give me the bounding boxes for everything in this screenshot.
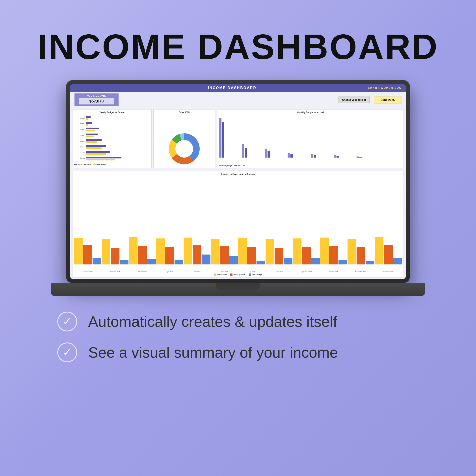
month-group-dec: [375, 237, 402, 264]
features-section: ✓ Automatically creates & updates itself…: [0, 312, 476, 362]
monthly-chart-box: Monthly Budget vs Actual: [217, 109, 404, 168]
month-group-oct: [320, 238, 347, 264]
feature-item-2: ✓ See a visual summary of your income: [57, 342, 338, 362]
v-bar-group: [334, 155, 356, 158]
monthly-chart-title: Monthly Budget vs Actual: [219, 111, 402, 114]
total-income-box: Total Income YTD $57,070: [74, 93, 119, 106]
v-bar-group: [311, 153, 333, 158]
laptop-container: INCOME DASHBOARD SMART WOMEN SOC Total I…: [66, 80, 410, 296]
yearly-chart-title: Yearly Budget vs Actual: [74, 111, 150, 114]
donut-chart-svg: [167, 131, 202, 166]
dashboard: INCOME DASHBOARD SMART WOMEN SOC Total I…: [70, 84, 406, 279]
bottom-chart: Income vs Expenses vs Savings: [70, 170, 406, 279]
h-bar-row: come 3: [74, 128, 150, 131]
check-icon-1: ✓: [63, 315, 72, 328]
h-bar-row: come 4: [74, 122, 150, 126]
laptop-base: [51, 283, 425, 296]
donut-chart-box: June 2025: [153, 109, 215, 168]
period-label: Choose your period:: [339, 97, 370, 103]
dashboard-title: INCOME DASHBOARD: [97, 86, 368, 90]
v-bar-group: [357, 156, 379, 158]
month-group-jan: [74, 238, 101, 264]
yearly-chart-box: Yearly Budget vs Actual come 5: [72, 109, 152, 168]
laptop-body: INCOME DASHBOARD SMART WOMEN SOC Total I…: [66, 80, 410, 283]
screen: INCOME DASHBOARD SMART WOMEN SOC Total I…: [70, 84, 406, 279]
bottom-chart-title: Income vs Expenses vs Savings: [74, 173, 402, 175]
month-group-jun: [211, 239, 238, 264]
h-bar-row: Hustle: [74, 151, 150, 155]
page-title: INCOME DASHBOARD: [37, 26, 439, 67]
month-group-aug: [266, 239, 292, 264]
h-bar-row: come 5: [74, 116, 150, 120]
v-bar-group: [288, 153, 310, 158]
feature-item-1: ✓ Automatically creates & updates itself: [57, 312, 337, 331]
period-value: June 2025: [374, 96, 402, 103]
month-group-may: [184, 238, 210, 264]
laptop-notch: [216, 283, 260, 289]
total-income-label: Total Income YTD: [79, 95, 114, 98]
feature-text-1: Automatically creates & updates itself: [88, 313, 337, 330]
check-icon-2: ✓: [63, 346, 72, 359]
top-bar: Total Income YTD $57,070 Choose your per…: [70, 92, 406, 108]
v-bar-group: [219, 118, 241, 158]
v-bar-group: [265, 149, 287, 158]
check-circle-2: ✓: [57, 342, 77, 362]
svg-point-5: [175, 140, 193, 158]
charts-row: Yearly Budget vs Actual come 5: [70, 108, 406, 170]
month-group-nov: [348, 239, 374, 264]
h-bar-row: income: [74, 157, 150, 160]
v-bar-group: [242, 144, 264, 158]
bottom-chart-box: Income vs Expenses vs Savings: [72, 171, 404, 278]
total-income-value: $57,070: [79, 98, 114, 104]
chart-legend: Total Income Total Expenses Total Saving…: [74, 273, 402, 276]
dashboard-header: INCOME DASHBOARD SMART WOMEN SOC: [70, 84, 406, 92]
month-group-apr: [156, 238, 183, 264]
month-group-sep: [293, 238, 320, 264]
month-group-mar: [129, 237, 156, 264]
month-group-jul: [238, 238, 265, 264]
h-bar-row: come 2: [74, 134, 150, 137]
check-circle-1: ✓: [57, 312, 77, 331]
donut-chart-title: June 2025: [155, 111, 213, 114]
feature-text-2: See a visual summary of your income: [88, 344, 338, 361]
month-group-feb: [102, 239, 128, 264]
h-bar-row: income: [74, 145, 150, 149]
brand-label: SMART WOMEN SOC: [368, 86, 402, 89]
h-bar-row: come 1: [74, 139, 150, 143]
